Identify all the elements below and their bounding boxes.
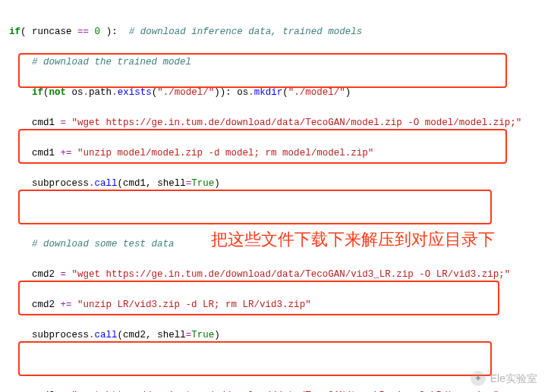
code-line: subprocess.call(cmd1, shell=True): [9, 176, 551, 191]
annotation-text: 把这些文件下载下来解压到对应目录下: [211, 232, 495, 247]
code-line: # download the trained model: [9, 55, 551, 70]
code-line: if(not os.path.exists("./model/")): os.m…: [9, 85, 551, 100]
code-line: if( runcase == 0 ): # download inference…: [9, 24, 551, 39]
code-line: cmd2 = "wget https://ge.in.tum.de/downlo…: [9, 267, 551, 282]
watermark-text: Ele实验室: [490, 371, 537, 386]
code-line: cmd1 += "unzip model/model.zip -d model;…: [9, 146, 551, 161]
code-line: cmd2 += "unzip LR/vid3.zip -d LR; rm LR/…: [9, 297, 551, 312]
code-line: cmd2 = "wget https://ge.in.tum.de/downlo…: [9, 388, 551, 392]
code-line: cmd1 = "wget https://ge.in.tum.de/downlo…: [9, 115, 551, 130]
code-block: if( runcase == 0 ): # download inference…: [0, 0, 551, 392]
code-line: subprocess.call(cmd2, shell=True): [9, 328, 551, 343]
wechat-icon: ✦: [471, 371, 486, 386]
watermark: ✦ Ele实验室: [471, 371, 537, 386]
